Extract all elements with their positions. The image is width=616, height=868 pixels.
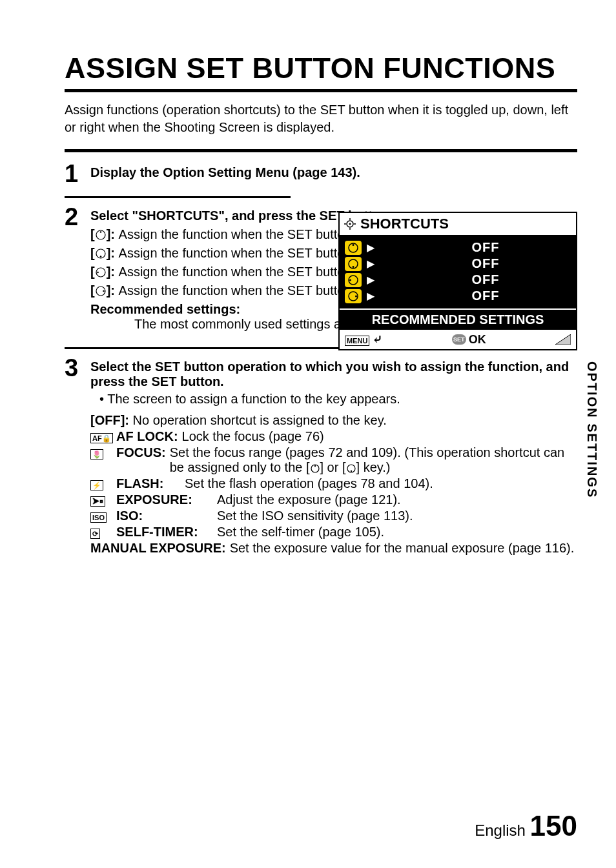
svg-point-3 <box>99 256 101 257</box>
corner-mark-icon <box>555 334 571 345</box>
svg-point-15 <box>353 244 354 246</box>
step-number: 3 <box>65 356 90 380</box>
rule <box>65 196 291 198</box>
toggle-right-icon <box>95 285 107 297</box>
svg-point-1 <box>99 231 101 233</box>
option-aflock: AF🔒 AF LOCK: Lock the focus (page 76) <box>90 429 577 444</box>
play-icon: ▶ <box>367 241 375 254</box>
step-3-bullet: • The screen to assign a function to the… <box>99 392 577 407</box>
svg-point-26 <box>350 470 351 472</box>
side-tab-label: OPTION SETTINGS <box>584 361 599 498</box>
page-number: 150 <box>530 810 577 842</box>
play-icon: ▶ <box>367 274 375 286</box>
svg-marker-22 <box>555 334 571 345</box>
camera-screen: SHORTCUTS ▶ OFF ▶ OFF ▶ OFF <box>338 212 577 350</box>
rule <box>65 89 577 92</box>
screen-row-right: ▶ OFF <box>345 288 571 303</box>
option-selftimer: ⟳ SELF-TIMER: Set the self-timer (page 1… <box>90 525 577 540</box>
toggle-down-icon <box>347 258 359 270</box>
self-timer-icon: ⟳ <box>90 529 100 539</box>
intro-text: Assign functions (operation shortcuts) t… <box>65 101 577 136</box>
play-icon: ▶ <box>367 290 375 302</box>
step-3-heading: Select the SET button operation to which… <box>90 359 577 389</box>
toggle-up-icon <box>95 229 107 241</box>
return-icon: ⤶ <box>373 333 382 346</box>
rule <box>65 149 577 152</box>
focus-icon: 🌷 <box>90 449 103 459</box>
step-number: 1 <box>65 161 90 186</box>
menu-button-icon: MENU <box>345 336 369 346</box>
af-lock-icon: AF🔒 <box>90 433 113 443</box>
target-icon <box>344 217 356 230</box>
svg-point-21 <box>355 295 357 297</box>
toggle-left-icon <box>95 267 107 278</box>
option-exposure: ⮞◪ EXPOSURE: Adjust the exposure (page 1… <box>90 492 577 507</box>
step-1-text: Display the Option Setting Menu (page 14… <box>90 165 360 179</box>
play-icon: ▶ <box>367 257 375 270</box>
page-footer: English 150 <box>475 810 577 842</box>
flash-icon: ⚡ <box>90 480 103 490</box>
option-manual-exposure: MANUAL EXPOSURE: Set the exposure value … <box>90 541 577 556</box>
svg-point-24 <box>314 465 315 467</box>
option-flash: ⚡ FLASH: Set the flash operation (pages … <box>90 476 577 491</box>
ok-label: OK <box>469 333 486 347</box>
step-number: 2 <box>65 205 90 229</box>
screen-row-down: ▶ OFF <box>345 256 571 271</box>
page-title: ASSIGN SET BUTTON FUNCTIONS <box>65 52 577 85</box>
iso-icon: ISO <box>90 512 107 523</box>
step-1: 1 Display the Option Setting Menu (page … <box>65 161 577 186</box>
option-focus: 🌷 FOCUS: Set the focus range (pages 72 a… <box>90 445 577 475</box>
recommended-settings-bar: RECOMMENDED SETTINGS <box>340 308 576 330</box>
option-iso: ISO ISO: Set the ISO sensitivity (page 1… <box>90 509 577 523</box>
toggle-up-icon <box>310 463 320 474</box>
svg-point-17 <box>353 266 354 268</box>
toggle-left-icon <box>347 274 359 286</box>
exposure-icon: ⮞◪ <box>90 496 105 507</box>
toggle-down-icon <box>95 248 107 259</box>
svg-point-5 <box>97 272 99 274</box>
screen-row-up: ▶ OFF <box>345 240 571 255</box>
screen-title-text: SHORTCUTS <box>360 216 449 232</box>
screen-row-left: ▶ OFF <box>345 272 571 287</box>
option-off: [OFF]: No operation shortcut is assigned… <box>90 413 577 428</box>
toggle-down-icon <box>346 463 356 474</box>
footer-language: English <box>475 822 526 839</box>
step-3: 3 Select the SET button operation to whi… <box>65 356 577 556</box>
toggle-right-icon <box>347 290 359 302</box>
toggle-up-icon <box>347 242 359 254</box>
set-icon: SET <box>452 334 466 345</box>
svg-point-9 <box>349 223 351 225</box>
svg-point-7 <box>103 290 105 292</box>
svg-point-19 <box>349 279 351 281</box>
